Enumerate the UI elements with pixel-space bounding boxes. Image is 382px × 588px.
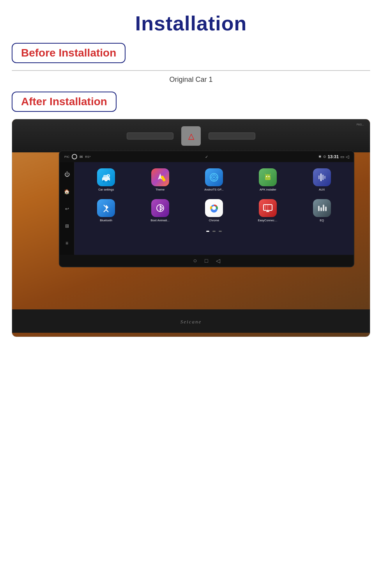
svg-point-33 (212, 207, 215, 210)
before-car-image: △ PASSENGERAIR BAG ⏏ RADIO CD AUX ⏮ ⏭ (12, 70, 370, 71)
page-dot-2 (212, 231, 216, 232)
after-bottom-bar: Seicane (12, 309, 370, 333)
after-top-vents: △ PAS... (12, 119, 370, 152)
theme-icon (151, 168, 169, 186)
svg-point-22 (269, 176, 270, 177)
after-label: After Installation (21, 95, 107, 108)
app-boot[interactable]: Boot Animati... (134, 199, 185, 222)
page-dot-3 (219, 231, 222, 232)
boot-icon (151, 199, 169, 217)
gps-svg (209, 172, 219, 183)
chrome-svg (209, 203, 219, 214)
svg-point-13 (107, 180, 110, 182)
apk-icon (259, 168, 277, 186)
msg-icon: ✉ (80, 155, 83, 159)
svg-rect-35 (318, 206, 320, 211)
status-circle (72, 154, 77, 159)
aux-label: AUX (319, 188, 325, 191)
svg-line-24 (270, 174, 271, 175)
svg-rect-26 (322, 175, 324, 180)
svg-rect-36 (320, 207, 322, 211)
app-car-settings[interactable]: Car settings (81, 168, 131, 191)
eq-svg (317, 203, 327, 214)
app-theme[interactable]: Theme (134, 168, 185, 191)
android-status-bar: PIC ✉ RS* ✓ ✱ ⊙ 13:31 ▭ ◁ (60, 151, 354, 162)
eq-label: EQ (320, 219, 324, 222)
eq-icon (313, 199, 331, 217)
after-interior: △ PAS... PIC ✉ RS* ✓ (12, 119, 370, 337)
svg-point-21 (266, 176, 267, 177)
status-time: 13:31 (328, 154, 339, 159)
page-indicator (78, 231, 350, 232)
location-icon: ⊙ (323, 155, 326, 159)
app-row-2: Bluetooth Boot Animati... (78, 196, 350, 225)
svg-marker-30 (160, 206, 163, 210)
car-settings-svg (101, 172, 111, 183)
svg-rect-27 (324, 176, 325, 179)
app-chrome[interactable]: Chrome (189, 199, 239, 222)
app-row-1: Car settings Theme (78, 165, 350, 194)
gps-icon (205, 168, 223, 186)
svg-point-12 (103, 180, 105, 182)
car-settings-label: Car settings (98, 188, 114, 191)
after-vent-right (209, 132, 255, 139)
svg-line-23 (265, 174, 266, 175)
before-badge: Before Installation (12, 43, 126, 63)
after-vent-left (127, 132, 173, 139)
app-bluetooth[interactable]: Bluetooth (81, 199, 131, 222)
app-eq[interactable]: EQ (297, 199, 347, 222)
back-nav-btn[interactable]: ◁ (216, 258, 220, 264)
left-nav-bar: ⏻ 🏠 ↩ ⊞ ≡ (60, 162, 74, 255)
status-right: ✱ ⊙ 13:31 ▭ ◁ (318, 154, 349, 159)
svg-point-18 (213, 177, 215, 178)
aux-icon (313, 168, 331, 186)
page-dot-1 (206, 231, 209, 232)
app-easy-connect[interactable]: EasyConnecti... (242, 199, 293, 222)
top-vents: △ PASSENGERAIR BAG (12, 71, 370, 71)
easy-connect-label: EasyConnecti... (258, 219, 278, 222)
bluetooth-icon (97, 199, 115, 217)
apk-label: APK installer (260, 188, 276, 191)
original-car-caption: Original Car 1 (0, 76, 382, 84)
bluetooth-svg (101, 203, 111, 214)
svg-rect-37 (323, 205, 324, 211)
after-hazard-button: △ (181, 126, 201, 146)
pic-label: PIC (64, 155, 69, 159)
svg-rect-38 (325, 207, 327, 211)
car-settings-icon (97, 168, 115, 186)
svg-rect-20 (265, 177, 271, 180)
android-navbar: ○ □ ◁ (60, 255, 354, 267)
after-badge: After Installation (12, 92, 117, 112)
before-section: Before Installation △ PASSENGERAIR BAG ⏏… (0, 43, 382, 92)
chrome-label: Chrome (209, 219, 219, 222)
android-head-unit: PIC ✉ RS* ✓ ✱ ⊙ 13:31 ▭ ◁ (59, 150, 354, 267)
android-home-screen: Car settings Theme (74, 162, 354, 255)
boot-svg (155, 203, 166, 214)
theme-label: Theme (156, 188, 164, 191)
theme-svg (155, 172, 166, 183)
recent-nav-btn[interactable]: □ (205, 258, 208, 264)
chrome-icon (205, 199, 223, 217)
home-nav-btn[interactable]: ○ (193, 257, 197, 264)
back-arrow: ◁ (346, 154, 349, 159)
easy-svg (262, 203, 273, 214)
after-car-image: △ PAS... PIC ✉ RS* ✓ (12, 119, 370, 337)
battery-icon: ▭ (340, 154, 344, 159)
app-gps[interactable]: AndroiTS GP... (189, 168, 239, 191)
status-left: PIC ✉ RS* (64, 154, 91, 159)
apk-svg (262, 172, 273, 183)
app-apk[interactable]: APK installer (242, 168, 293, 191)
page-title: Installation (135, 12, 247, 35)
gps-label: AndroiTS GP... (204, 188, 223, 191)
boot-label: Boot Animati... (150, 219, 169, 222)
after-section: After Installation △ PAS... PIC ✉ RS* (0, 92, 382, 337)
center-chevron: ✓ (205, 155, 208, 159)
before-label: Before Installation (21, 47, 116, 59)
seicane-brand: Seicane (180, 319, 202, 325)
aux-svg (317, 172, 327, 183)
bluetooth-indicator: ✱ (318, 155, 322, 159)
app-aux[interactable]: AUX (297, 168, 347, 191)
bluetooth-label: Bluetooth (100, 219, 112, 222)
svg-rect-25 (320, 173, 322, 181)
svg-rect-28 (318, 175, 320, 179)
